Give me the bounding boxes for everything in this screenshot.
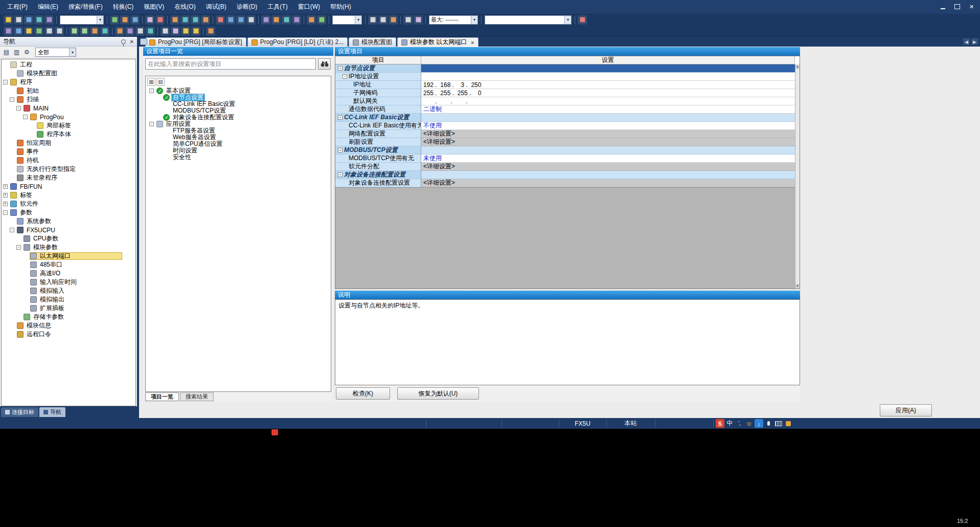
print-icon[interactable] xyxy=(34,15,43,25)
sort-icon[interactable]: ▥ xyxy=(12,48,21,57)
menu-item-3[interactable]: 转换(C) xyxy=(108,0,139,14)
tree-item[interactable]: 485串口 xyxy=(2,260,135,269)
tree-item[interactable]: 初始 xyxy=(2,86,135,95)
tree-item[interactable]: -ProgPou xyxy=(2,113,135,121)
search-input[interactable] xyxy=(145,58,316,70)
collapse-all-icon[interactable]: ⊟ xyxy=(156,78,165,86)
tree-item[interactable]: -模块参数 xyxy=(2,243,135,252)
vertical-line-icon[interactable] xyxy=(115,27,124,36)
dropdown-arrow-icon[interactable]: ▾ xyxy=(564,16,571,24)
horizontal-line-icon[interactable] xyxy=(125,27,134,36)
delete-line-icon[interactable] xyxy=(135,27,145,36)
collapse-icon[interactable]: - xyxy=(149,89,154,93)
collapse-icon[interactable]: - xyxy=(3,210,8,215)
tree-item[interactable]: 输入响应时间 xyxy=(2,278,135,287)
setting-value-cell[interactable]: <详细设置> xyxy=(421,163,795,171)
docking-window-icon[interactable] xyxy=(578,15,587,25)
zoom-out-icon[interactable] xyxy=(317,15,326,25)
tree-item[interactable]: -MAIN xyxy=(2,104,135,113)
setting-value-cell[interactable]: 二进制 xyxy=(421,105,795,114)
setting-item-cell[interactable]: -自节点设置 xyxy=(335,64,421,73)
comment-display-icon[interactable] xyxy=(368,15,377,25)
cut-icon[interactable] xyxy=(110,15,119,25)
new-icon[interactable] xyxy=(4,15,13,25)
setting-value-cell[interactable]: <详细设置> xyxy=(421,130,795,138)
setting-value-cell[interactable]: 不使用 xyxy=(421,122,795,130)
expand-icon[interactable]: + xyxy=(3,184,8,189)
setting-item-cell[interactable]: 通信数据代码 xyxy=(335,105,421,114)
download-icon[interactable]: ↓ xyxy=(755,419,763,428)
plc-write-icon[interactable] xyxy=(226,15,235,25)
tree-item[interactable]: 工程 xyxy=(2,60,135,69)
menu-item-0[interactable]: 工程(P) xyxy=(2,0,33,14)
remote-operation-icon[interactable] xyxy=(246,15,256,25)
watch-max-combo[interactable]: 最大: -------▾ xyxy=(429,15,478,25)
monitor-start-icon[interactable] xyxy=(261,15,270,25)
tree-item[interactable]: 程序本体 xyxy=(2,130,135,139)
watch-target-combo[interactable]: ▾ xyxy=(485,15,572,25)
setting-item-cell[interactable]: IP地址 xyxy=(335,81,421,89)
taskbar-red-icon[interactable] xyxy=(271,429,278,435)
collapse-icon[interactable]: - xyxy=(343,74,347,79)
restore-default-button[interactable]: 恢复为默认(U) xyxy=(397,387,479,400)
collapse-icon[interactable]: - xyxy=(338,115,343,120)
tree-item[interactable]: +FB/FUN xyxy=(2,182,135,191)
menu-item-2[interactable]: 搜索/替换(F) xyxy=(63,0,108,14)
intelligent-monitor-icon[interactable] xyxy=(44,27,54,36)
setting-value-cell[interactable]: 192 . 168 . 3 . 250 xyxy=(421,81,795,89)
tree-item[interactable]: 高速I/O xyxy=(2,269,135,278)
note-display-icon[interactable] xyxy=(389,15,398,25)
device-test-icon[interactable] xyxy=(282,15,291,25)
element-selection-icon[interactable] xyxy=(14,27,23,36)
setting-item-cell[interactable]: -对象设备连接配置设置 xyxy=(335,171,421,179)
expand-icon[interactable]: + xyxy=(3,202,8,206)
convert-icon[interactable] xyxy=(170,15,179,25)
nav-filter-combo[interactable]: 全部 ▾ xyxy=(35,48,76,57)
monitor-stop-icon[interactable] xyxy=(271,15,281,25)
zoom-level-combo[interactable]: ▾ xyxy=(332,15,362,25)
verify-icon[interactable] xyxy=(236,15,245,25)
scroll-down-icon[interactable]: ▼ xyxy=(795,284,800,289)
setting-item-cell[interactable]: -MODBUS/TCP设置 xyxy=(335,146,421,155)
stop-icon[interactable] xyxy=(403,15,413,25)
document-tab-0[interactable]: ProgPou [PRG] [局部标签设置] xyxy=(145,37,246,47)
tree-item[interactable]: -程序 xyxy=(2,78,135,86)
collapse-icon[interactable]: - xyxy=(23,115,28,119)
collapse-icon[interactable]: - xyxy=(149,122,154,126)
tree-item[interactable]: 待机 xyxy=(2,156,135,165)
scroll-up-icon[interactable]: ▲ xyxy=(795,64,800,69)
tab-scroll-left-icon[interactable]: ◀ xyxy=(963,38,970,45)
close-contact-icon[interactable] xyxy=(80,27,89,36)
undo-icon[interactable] xyxy=(145,15,154,25)
tree-item[interactable]: -FX5UCPU xyxy=(2,226,135,234)
setting-item-cell[interactable]: -CC-Link IEF Basic设置 xyxy=(335,114,421,122)
tree-item[interactable]: 远程口令 xyxy=(2,330,135,339)
plc-read-icon[interactable] xyxy=(216,15,225,25)
close-tab-icon[interactable] xyxy=(470,39,474,46)
watch-window-icon[interactable] xyxy=(34,27,43,36)
monitor-write-mode-icon[interactable] xyxy=(191,27,200,36)
dropdown-arrow-icon[interactable]: ▾ xyxy=(97,16,103,24)
close-panel-icon[interactable] xyxy=(130,38,134,45)
sogou-icon[interactable]: S xyxy=(716,419,724,428)
setting-item-cell[interactable]: 软元件分配 xyxy=(335,163,421,171)
setting-item-cell[interactable]: -IP地址设置 xyxy=(335,73,421,81)
tab-scroll-right-icon[interactable]: ▶ xyxy=(971,38,978,45)
project-select-combo[interactable]: ▾ xyxy=(60,15,104,25)
tree-item[interactable]: 存储卡参数 xyxy=(2,313,135,321)
cross-reference-icon[interactable] xyxy=(55,27,64,36)
menu-item-4[interactable]: 视图(V) xyxy=(139,0,169,14)
setting-value-cell[interactable]: . . . xyxy=(421,97,795,105)
expand-icon[interactable]: + xyxy=(3,193,8,197)
watch-icon[interactable] xyxy=(292,15,301,25)
convert-all-icon[interactable] xyxy=(180,15,190,25)
menu-item-6[interactable]: 调试(B) xyxy=(201,0,232,14)
copy-icon[interactable] xyxy=(120,15,129,25)
tree-item[interactable]: 扩展插板 xyxy=(2,304,135,313)
redo-icon[interactable] xyxy=(155,15,165,25)
collapse-icon[interactable]: - xyxy=(16,245,21,250)
passport-icon[interactable] xyxy=(784,419,792,428)
collapse-icon[interactable]: - xyxy=(3,80,8,84)
open-icon[interactable] xyxy=(14,15,23,25)
tree-item[interactable]: 安全性 xyxy=(148,154,331,161)
